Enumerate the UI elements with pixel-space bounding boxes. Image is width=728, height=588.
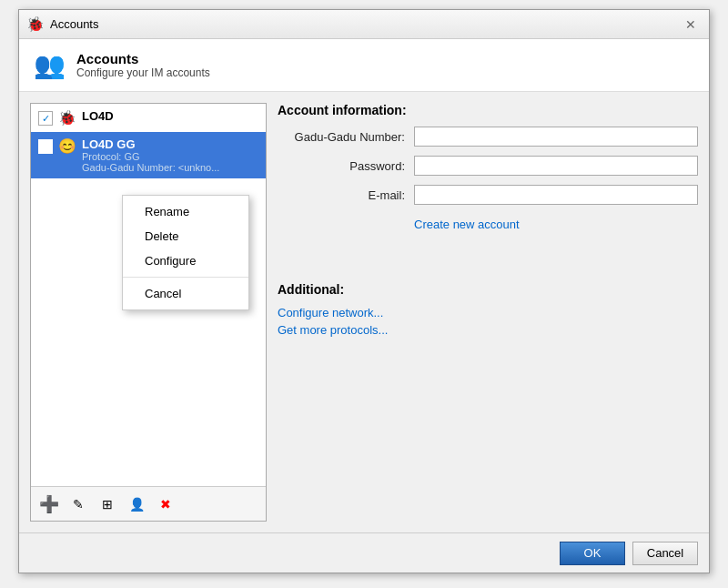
toggle-button[interactable]: ⊞ bbox=[95, 492, 120, 517]
main-window: 🐞 Accounts ✕ 👥 Accounts Configure your I… bbox=[18, 9, 710, 573]
left-panel: ✓ 🐞 LO4D ✓ 😊 LO4D GG Protocol: GG Gadu-G… bbox=[30, 103, 267, 522]
password-input[interactable] bbox=[414, 156, 698, 176]
account-checkbox-lo4d-gg[interactable]: ✓ bbox=[38, 139, 53, 154]
title-bar-left: 🐞 Accounts bbox=[26, 15, 98, 34]
account-info-title: Account information: bbox=[278, 103, 698, 117]
user-button[interactable]: 👤 bbox=[124, 492, 149, 517]
account-toolbar: ➕ ✎ ⊞ 👤 ✖ bbox=[31, 486, 266, 521]
delete-account-button[interactable]: ✖ bbox=[153, 492, 178, 517]
context-cancel[interactable]: Cancel bbox=[123, 281, 248, 306]
gadu-number-group: Gadu-Gadu Number: bbox=[278, 127, 698, 147]
email-label: E-mail: bbox=[278, 188, 405, 202]
header-icon: 👥 bbox=[34, 50, 66, 80]
email-group: E-mail: bbox=[278, 185, 698, 205]
account-item-lo4d[interactable]: ✓ 🐞 LO4D bbox=[31, 104, 266, 132]
account-item-lo4d-gg[interactable]: ✓ 😊 LO4D GG Protocol: GG Gadu-Gadu Numbe… bbox=[31, 132, 266, 178]
title-bar: 🐞 Accounts ✕ bbox=[19, 10, 709, 39]
password-group: Password: bbox=[278, 156, 698, 176]
account-name-lo4d-gg: LO4D GG bbox=[82, 137, 219, 151]
context-rename[interactable]: Rename bbox=[123, 199, 248, 224]
context-separator bbox=[123, 277, 248, 278]
gadu-number-label: Gadu-Gadu Number: bbox=[278, 130, 405, 144]
title-bar-title: Accounts bbox=[50, 17, 98, 31]
header-text: Accounts Configure your IM accounts bbox=[76, 51, 210, 79]
context-configure[interactable]: Configure bbox=[123, 248, 248, 273]
account-protocol-lo4d-gg: Protocol: GG bbox=[82, 151, 219, 162]
cancel-button[interactable]: Cancel bbox=[632, 542, 698, 565]
add-account-button[interactable]: ➕ bbox=[36, 492, 62, 517]
configure-network-link[interactable]: Configure network... bbox=[278, 306, 698, 319]
get-protocols-link[interactable]: Get more protocols... bbox=[278, 323, 698, 337]
account-number-lo4d-gg: Gadu-Gadu Number: <unkno... bbox=[82, 162, 219, 173]
header-subtitle: Configure your IM accounts bbox=[76, 66, 210, 79]
gadu-number-input[interactable] bbox=[414, 127, 698, 147]
account-checkbox-lo4d[interactable]: ✓ bbox=[38, 111, 53, 126]
additional-title: Additional: bbox=[278, 282, 698, 297]
additional-section: Additional: Configure network... Get mor… bbox=[278, 282, 698, 340]
account-icon-lo4d: 🐞 bbox=[58, 109, 76, 127]
account-details-lo4d: LO4D bbox=[82, 109, 114, 123]
title-bar-icon: 🐞 bbox=[26, 15, 45, 34]
account-details-lo4d-gg: LO4D GG Protocol: GG Gadu-Gadu Number: <… bbox=[82, 137, 219, 173]
account-icon-lo4d-gg: 😊 bbox=[58, 137, 76, 155]
content-area: ✓ 🐞 LO4D ✓ 😊 LO4D GG Protocol: GG Gadu-G… bbox=[19, 92, 709, 532]
password-label: Password: bbox=[278, 159, 405, 173]
header: 👥 Accounts Configure your IM accounts bbox=[19, 39, 709, 92]
account-name-lo4d: LO4D bbox=[82, 109, 114, 123]
right-panel: Account information: Gadu-Gadu Number: P… bbox=[278, 103, 698, 522]
context-menu: Rename Delete Configure Cancel bbox=[122, 195, 249, 310]
ok-button[interactable]: OK bbox=[560, 542, 625, 565]
create-new-account-link[interactable]: Create new account bbox=[414, 218, 520, 231]
edit-button[interactable]: ✎ bbox=[66, 492, 91, 517]
close-button[interactable]: ✕ bbox=[680, 14, 702, 35]
footer: OK Cancel bbox=[19, 532, 709, 573]
account-info-section: Account information: Gadu-Gadu Number: P… bbox=[278, 103, 698, 231]
header-title: Accounts bbox=[76, 51, 210, 66]
context-delete[interactable]: Delete bbox=[123, 224, 248, 248]
email-input[interactable] bbox=[414, 185, 698, 205]
